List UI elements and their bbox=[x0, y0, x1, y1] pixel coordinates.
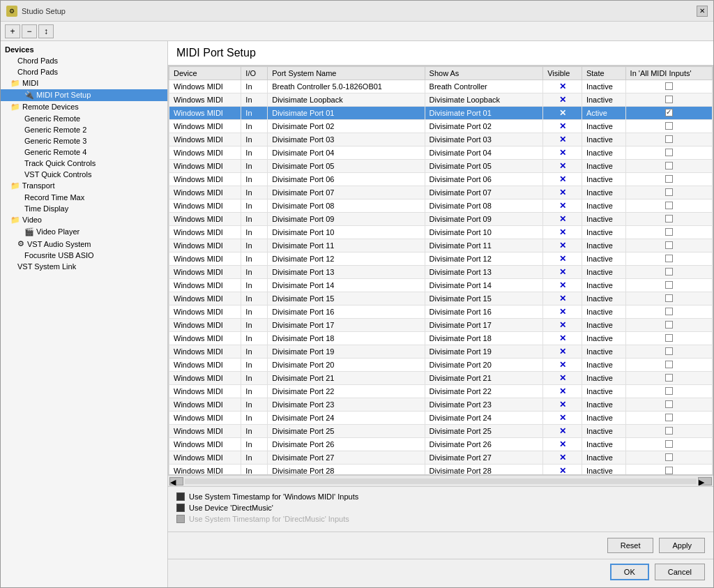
sidebar-item-remote-devices[interactable]: 📁 Remote Devices bbox=[1, 101, 167, 113]
table-row[interactable]: Windows MIDI In Divisimate Port 04 Divis… bbox=[169, 146, 713, 160]
cell-all-midi[interactable] bbox=[625, 465, 712, 476]
table-row[interactable]: Windows MIDI In Divisimate Port 22 Divis… bbox=[169, 385, 713, 398]
sidebar-item-video-player[interactable]: 🎬 Video Player bbox=[1, 226, 167, 238]
cell-visible[interactable]: ✕ bbox=[543, 93, 582, 107]
cell-all-midi[interactable] bbox=[625, 252, 712, 266]
cell-all-midi[interactable] bbox=[625, 306, 712, 319]
cell-visible[interactable]: ✕ bbox=[543, 425, 582, 438]
cell-all-midi[interactable] bbox=[625, 93, 712, 107]
cell-all-midi[interactable] bbox=[625, 266, 712, 279]
cell-visible[interactable]: ✕ bbox=[543, 146, 582, 160]
sidebar-item-chord-pads-1[interactable]: Chord Pads bbox=[1, 55, 167, 66]
cell-all-midi[interactable] bbox=[625, 385, 712, 398]
cell-all-midi[interactable] bbox=[625, 186, 712, 199]
move-button[interactable]: ↕ bbox=[38, 24, 54, 38]
table-row[interactable]: Windows MIDI In Divisimate Port 07 Divis… bbox=[169, 186, 713, 199]
apply-button[interactable]: Apply bbox=[659, 538, 705, 553]
table-row[interactable]: Windows MIDI In Divisimate Loopback Divi… bbox=[169, 93, 713, 107]
cell-visible[interactable]: ✕ bbox=[543, 239, 582, 252]
table-row[interactable]: Windows MIDI In Divisimate Port 16 Divis… bbox=[169, 306, 713, 319]
table-row[interactable]: Windows MIDI In Divisimate Port 28 Divis… bbox=[169, 465, 713, 476]
cancel-button[interactable]: Cancel bbox=[655, 564, 705, 580]
scroll-track[interactable] bbox=[185, 478, 697, 484]
cell-all-midi[interactable] bbox=[625, 332, 712, 345]
sidebar-item-midi-port-setup[interactable]: 🔌 MIDI Port Setup bbox=[1, 89, 167, 101]
cell-visible[interactable]: ✕ bbox=[543, 133, 582, 146]
cell-all-midi[interactable] bbox=[625, 451, 712, 465]
cell-all-midi[interactable] bbox=[625, 133, 712, 146]
table-row[interactable]: Windows MIDI In Divisimate Port 12 Divis… bbox=[169, 252, 713, 266]
cell-all-midi[interactable] bbox=[625, 319, 712, 332]
cell-all-midi[interactable] bbox=[625, 438, 712, 451]
sidebar-item-vst-quick-controls[interactable]: VST Quick Controls bbox=[1, 169, 167, 180]
sidebar-item-generic-remote-4[interactable]: Generic Remote 4 bbox=[1, 146, 167, 158]
table-row[interactable]: Windows MIDI In Divisimate Port 02 Divis… bbox=[169, 120, 713, 133]
cell-all-midi[interactable] bbox=[625, 226, 712, 239]
cell-all-midi[interactable] bbox=[625, 412, 712, 425]
sidebar-item-generic-remote-3[interactable]: Generic Remote 3 bbox=[1, 135, 167, 146]
sidebar-item-generic-remote[interactable]: Generic Remote bbox=[1, 113, 167, 124]
checkbox-2[interactable] bbox=[176, 504, 185, 512]
cell-all-midi[interactable] bbox=[625, 345, 712, 359]
remove-button[interactable]: − bbox=[22, 24, 37, 38]
cell-visible[interactable]: ✕ bbox=[543, 332, 582, 345]
cell-visible[interactable]: ✕ bbox=[543, 173, 582, 186]
midi-table-container[interactable]: Device I/O Port System Name Show As Visi… bbox=[168, 66, 713, 475]
sidebar-item-generic-remote-2[interactable]: Generic Remote 2 bbox=[1, 124, 167, 135]
sidebar-item-vst-audio-system[interactable]: ⚙ VST Audio System bbox=[1, 238, 167, 250]
cell-all-midi[interactable] bbox=[625, 398, 712, 412]
cell-visible[interactable]: ✕ bbox=[543, 80, 582, 93]
table-row[interactable]: Windows MIDI In Divisimate Port 14 Divis… bbox=[169, 279, 713, 292]
sidebar-item-transport[interactable]: 📁 Transport bbox=[1, 180, 167, 192]
cell-visible[interactable]: ✕ bbox=[543, 359, 582, 372]
table-row[interactable]: Windows MIDI In Divisimate Port 24 Divis… bbox=[169, 412, 713, 425]
table-row[interactable]: Windows MIDI In Divisimate Port 10 Divis… bbox=[169, 226, 713, 239]
table-row[interactable]: Windows MIDI In Divisimate Port 05 Divis… bbox=[169, 160, 713, 173]
table-row[interactable]: Windows MIDI In Divisimate Port 08 Divis… bbox=[169, 199, 713, 213]
cell-visible[interactable]: ✕ bbox=[543, 465, 582, 476]
horizontal-scrollbar[interactable]: ◀ ▶ bbox=[168, 475, 713, 486]
table-row[interactable]: Windows MIDI In Divisimate Port 18 Divis… bbox=[169, 332, 713, 345]
cell-visible[interactable]: ✕ bbox=[543, 266, 582, 279]
table-row[interactable]: Windows MIDI In Divisimate Port 19 Divis… bbox=[169, 345, 713, 359]
cell-all-midi[interactable] bbox=[625, 359, 712, 372]
cell-visible[interactable]: ✕ bbox=[543, 292, 582, 306]
cell-all-midi[interactable] bbox=[625, 199, 712, 213]
checkbox-3[interactable] bbox=[176, 515, 185, 523]
cell-visible[interactable]: ✕ bbox=[543, 385, 582, 398]
table-row[interactable]: Windows MIDI In Divisimate Port 17 Divis… bbox=[169, 319, 713, 332]
sidebar-item-midi[interactable]: 📁 MIDI bbox=[1, 77, 167, 89]
add-button[interactable]: + bbox=[5, 24, 20, 38]
table-row[interactable]: Windows MIDI In Divisimate Port 06 Divis… bbox=[169, 173, 713, 186]
scroll-left-btn[interactable]: ◀ bbox=[169, 477, 183, 485]
sidebar-item-vst-system-link[interactable]: VST System Link bbox=[1, 261, 167, 272]
table-row[interactable]: Windows MIDI In Divisimate Port 13 Divis… bbox=[169, 266, 713, 279]
table-row[interactable]: Windows MIDI In Divisimate Port 03 Divis… bbox=[169, 133, 713, 146]
sidebar-item-time-display[interactable]: Time Display bbox=[1, 203, 167, 214]
cell-visible[interactable]: ✕ bbox=[543, 226, 582, 239]
cell-visible[interactable]: ✕ bbox=[543, 199, 582, 213]
cell-all-midi[interactable]: ✓ bbox=[625, 107, 712, 120]
table-row[interactable]: Windows MIDI In Divisimate Port 11 Divis… bbox=[169, 239, 713, 252]
cell-visible[interactable]: ✕ bbox=[543, 213, 582, 226]
table-row[interactable]: Windows MIDI In Divisimate Port 21 Divis… bbox=[169, 372, 713, 385]
sidebar-item-video[interactable]: 📁 Video bbox=[1, 214, 167, 226]
cell-visible[interactable]: ✕ bbox=[543, 398, 582, 412]
cell-all-midi[interactable] bbox=[625, 279, 712, 292]
cell-visible[interactable]: ✕ bbox=[543, 252, 582, 266]
cell-all-midi[interactable] bbox=[625, 292, 712, 306]
table-row[interactable]: Windows MIDI In Divisimate Port 25 Divis… bbox=[169, 425, 713, 438]
cell-all-midi[interactable] bbox=[625, 146, 712, 160]
checkbox-1[interactable] bbox=[176, 492, 185, 501]
scroll-right-btn[interactable]: ▶ bbox=[698, 477, 712, 485]
cell-visible[interactable]: ✕ bbox=[543, 319, 582, 332]
table-row[interactable]: Windows MIDI In Divisimate Port 23 Divis… bbox=[169, 398, 713, 412]
cell-all-midi[interactable] bbox=[625, 425, 712, 438]
cell-all-midi[interactable] bbox=[625, 372, 712, 385]
cell-all-midi[interactable] bbox=[625, 120, 712, 133]
table-row[interactable]: Windows MIDI In Breath Controller 5.0-18… bbox=[169, 80, 713, 93]
cell-visible[interactable]: ✕ bbox=[543, 438, 582, 451]
cell-visible[interactable]: ✕ bbox=[543, 451, 582, 465]
close-button[interactable]: ✕ bbox=[697, 6, 708, 17]
sidebar-item-focusrite-usb-asio[interactable]: Focusrite USB ASIO bbox=[1, 250, 167, 261]
